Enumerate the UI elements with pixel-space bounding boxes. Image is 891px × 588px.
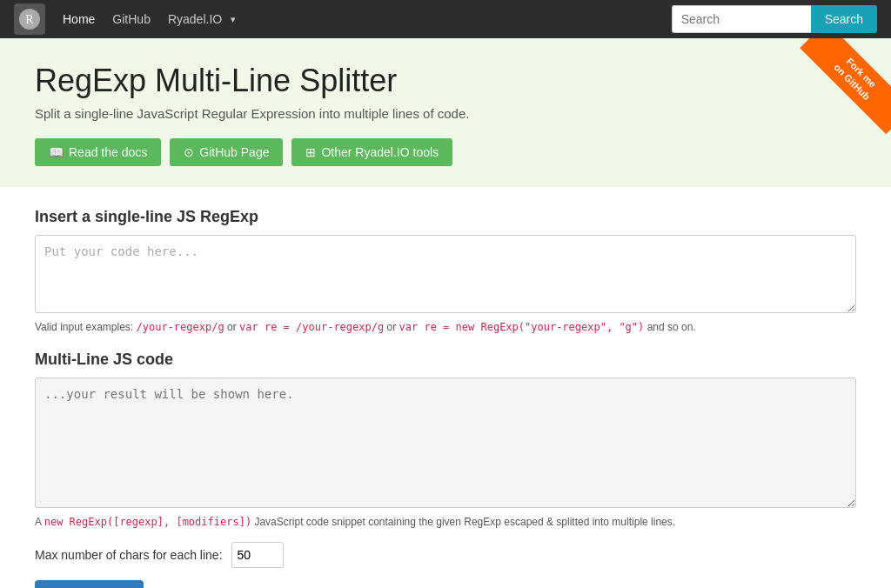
search-input[interactable] bbox=[672, 5, 811, 33]
read-docs-button[interactable]: 📖 Read the docs bbox=[35, 138, 161, 166]
regexp-input[interactable] bbox=[35, 235, 856, 313]
hint-prefix: Valid input examples: bbox=[35, 321, 137, 333]
hint-example2: var re = /your-regexp/g bbox=[239, 321, 384, 333]
chars-label: Max number of chars for each line: bbox=[35, 548, 223, 562]
nav-links: Home GitHub Ryadel.IO ▾ bbox=[56, 9, 672, 30]
hint-mid2: or bbox=[384, 321, 399, 333]
output-textarea[interactable] bbox=[35, 378, 856, 508]
nav-home[interactable]: Home bbox=[56, 9, 102, 30]
hero-section: RegExp Multi-Line Splitter Split a singl… bbox=[0, 38, 891, 187]
input-section-title: Insert a single-line JS RegExp bbox=[35, 208, 856, 226]
page-subtitle: Split a single-line JavaScript Regular E… bbox=[35, 106, 856, 121]
chars-row: Max number of chars for each line: bbox=[35, 542, 856, 568]
other-tools-label: Other Ryadel.IO tools bbox=[321, 145, 439, 159]
nav-ryadel-dropdown[interactable]: Ryadel.IO ▾ bbox=[161, 9, 236, 30]
output-hint-code: new RegExp([regexp], [modifiers]) bbox=[44, 516, 251, 528]
convert-button[interactable]: ↻ Convert bbox=[35, 580, 144, 588]
page-title: RegExp Multi-Line Splitter bbox=[35, 63, 856, 99]
nav-github[interactable]: GitHub bbox=[105, 9, 157, 30]
svg-text:R: R bbox=[25, 13, 34, 26]
input-hint: Valid input examples: /your-regexp/g or … bbox=[35, 321, 856, 333]
output-section-title: Multi-Line JS code bbox=[35, 351, 856, 369]
hint-mid1: or bbox=[224, 321, 239, 333]
hint-example1: /your-regexp/g bbox=[137, 321, 224, 333]
output-hint-prefix: A bbox=[35, 516, 44, 528]
github-page-label: GitHub Page bbox=[199, 145, 269, 159]
hint-example3: var re = new RegExp("your-regexp", "g") bbox=[399, 321, 645, 333]
search-button[interactable]: Search bbox=[811, 5, 877, 33]
github-page-button[interactable]: ⊙ GitHub Page bbox=[170, 138, 283, 166]
chevron-down-icon: ▾ bbox=[231, 14, 236, 25]
main-content: Insert a single-line JS RegExp Valid inp… bbox=[0, 187, 891, 588]
output-hint-suffix: JavaScript code snippet containing the g… bbox=[251, 516, 675, 528]
brand-icon: R bbox=[17, 7, 42, 31]
navbar-search-form: Search bbox=[672, 5, 877, 33]
github-icon: ⊙ bbox=[184, 145, 194, 159]
navbar: R Home GitHub Ryadel.IO ▾ Search bbox=[0, 0, 891, 38]
nav-ryadel-link[interactable]: Ryadel.IO bbox=[161, 9, 229, 30]
hint-suffix: and so on. bbox=[644, 321, 695, 333]
book-icon: 📖 bbox=[49, 145, 64, 159]
tools-icon: ⊞ bbox=[305, 145, 316, 159]
other-tools-button[interactable]: ⊞ Other Ryadel.IO tools bbox=[291, 138, 452, 166]
output-hint: A new RegExp([regexp], [modifiers]) Java… bbox=[35, 516, 856, 528]
hero-buttons: 📖 Read the docs ⊙ GitHub Page ⊞ Other Ry… bbox=[35, 138, 856, 166]
brand-logo[interactable]: R bbox=[14, 3, 45, 35]
chars-input[interactable] bbox=[231, 542, 284, 568]
read-docs-label: Read the docs bbox=[69, 145, 147, 159]
